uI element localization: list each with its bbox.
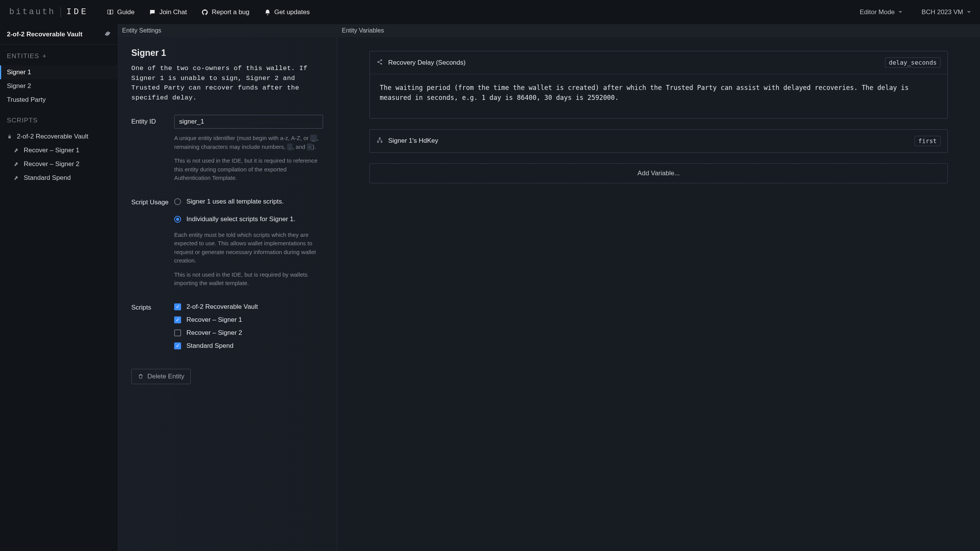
key-icon (14, 162, 19, 166)
script-usage-label: Script Usage (131, 196, 174, 288)
sidebar-entity-item[interactable]: Signer 2 (0, 79, 118, 93)
sidebar-script-item[interactable]: 2-of-2 Recoverable Vault (0, 130, 118, 143)
sidebar-script-label: Recover – Signer 2 (24, 160, 80, 168)
guide-link[interactable]: Guide (107, 8, 134, 16)
get-updates-label: Get updates (274, 8, 310, 16)
script-usage-help: Each entity must be told which scripts w… (174, 231, 323, 265)
svg-rect-3 (379, 138, 381, 139)
variables-header-label: Entity Variables (342, 27, 384, 34)
entity-id-label: Entity ID (131, 115, 174, 183)
svg-point-2 (381, 63, 382, 64)
bell-icon (264, 9, 271, 16)
logo-ide: IDE (66, 7, 88, 17)
checkbox-icon (174, 329, 181, 336)
script-checkbox-row[interactable]: Recover – Signer 2 (174, 327, 323, 339)
logo-separator (60, 7, 61, 17)
svg-rect-5 (381, 142, 382, 143)
sidebar-script-label: Recover – Signer 1 (24, 147, 80, 154)
report-bug-label: Report a bug (212, 8, 249, 16)
settings-header-label: Entity Settings (122, 27, 161, 34)
scripts-heading-label: SCRIPTS (7, 117, 38, 124)
add-variable-button[interactable]: Add Variable... (369, 163, 948, 183)
svg-point-1 (377, 61, 379, 63)
top-right: Editor Mode BCH 2023 VM (860, 8, 971, 16)
variable-description: The waiting period (from the time the wa… (370, 74, 947, 118)
scripts-row: Scripts 2-of-2 Recoverable VaultRecover … (131, 301, 323, 352)
entities-heading-label: ENTITIES (7, 52, 39, 60)
delete-entity-label: Delete Entity (147, 373, 184, 380)
variables-header: Entity Variables (337, 24, 980, 37)
script-usage-row: Script Usage Signer 1 uses all template … (131, 196, 323, 288)
entities-heading: ENTITIES + (0, 45, 118, 65)
sidebar: 2-of-2 Recoverable Vault ENTITIES + Sign… (0, 24, 118, 551)
script-usage-option[interactable]: Individually select scripts for Signer 1… (174, 213, 323, 225)
script-checkbox-row[interactable]: Recover – Signer 1 (174, 314, 323, 326)
root-layout: 2-of-2 Recoverable Vault ENTITIES + Sign… (0, 24, 980, 551)
vm-label: BCH 2023 VM (921, 8, 963, 16)
trash-icon (138, 373, 144, 379)
vm-dropdown[interactable]: BCH 2023 VM (921, 8, 971, 16)
project-row: 2-of-2 Recoverable Vault (0, 24, 118, 44)
chevron-down-icon (967, 11, 971, 13)
add-entity-button[interactable]: + (42, 53, 47, 60)
settings-body: Signer 1 One of the two co-owners of thi… (118, 37, 337, 551)
variable-id-badge: first (915, 136, 941, 146)
lock-icon (7, 134, 12, 139)
checkbox-icon (174, 342, 181, 349)
get-updates-link[interactable]: Get updates (264, 8, 310, 16)
svg-rect-4 (377, 142, 379, 143)
editor-mode-dropdown[interactable]: Editor Mode (860, 8, 903, 16)
sidebar-script-label: 2-of-2 Recoverable Vault (17, 133, 88, 140)
entity-id-help-1: A unique entity identifier (must begin w… (174, 134, 323, 151)
script-checkbox-row[interactable]: Standard Spend (174, 340, 323, 352)
script-usage-option[interactable]: Signer 1 uses all template scripts. (174, 196, 323, 208)
join-chat-link[interactable]: Join Chat (149, 8, 187, 16)
script-checkbox-row[interactable]: 2-of-2 Recoverable Vault (174, 301, 323, 313)
editor-mode-label: Editor Mode (860, 8, 895, 16)
join-chat-label: Join Chat (159, 8, 187, 16)
variable-card[interactable]: Recovery Delay (Seconds)delay_secondsThe… (369, 51, 948, 119)
sidebar-script-item[interactable]: Standard Spend (0, 171, 118, 185)
sidebar-script-label: Standard Spend (24, 174, 71, 182)
entity-id-input[interactable] (174, 115, 323, 129)
sidebar-script-item[interactable]: Recover – Signer 2 (0, 157, 118, 171)
entity-title: Signer 1 (131, 48, 323, 58)
report-bug-link[interactable]: Report a bug (201, 8, 249, 16)
github-icon (201, 9, 208, 16)
entity-id-help-2: This is not used in the IDE, but it is r… (174, 156, 323, 183)
hierarchy-icon (377, 137, 383, 145)
project-name: 2-of-2 Recoverable Vault (7, 31, 82, 38)
variable-name: Signer 1's HdKey (388, 137, 438, 145)
checkbox-label: Standard Spend (186, 342, 234, 350)
settings-column: Entity Settings Signer 1 One of the two … (118, 24, 337, 551)
key-icon (14, 148, 19, 153)
entity-id-row: Entity ID A unique entity identifier (mu… (131, 115, 323, 183)
top-bar: bitauth IDE Guide Join Chat Report a bug… (0, 0, 980, 24)
sidebar-entity-item[interactable]: Trusted Party (0, 93, 118, 107)
svg-point-0 (381, 59, 382, 61)
script-usage-help: This is not used in the IDE, but is requ… (174, 271, 323, 288)
radio-icon (174, 198, 181, 205)
variable-header: Recovery Delay (Seconds)delay_seconds (370, 51, 947, 74)
sidebar-script-item[interactable]: Recover – Signer 1 (0, 143, 118, 157)
variable-card[interactable]: Signer 1's HdKeyfirst (369, 129, 948, 153)
share-icon (377, 59, 383, 67)
book-icon (107, 9, 114, 16)
logo: bitauth IDE (9, 7, 88, 17)
scripts-label: Scripts (131, 301, 174, 352)
variable-name: Recovery Delay (Seconds) (388, 59, 466, 67)
variables-body: Recovery Delay (Seconds)delay_secondsThe… (337, 37, 980, 551)
checkbox-icon (174, 316, 181, 323)
radio-label: Signer 1 uses all template scripts. (186, 198, 284, 205)
checkbox-label: Recover – Signer 2 (186, 329, 242, 337)
radio-label: Individually select scripts for Signer 1… (186, 215, 295, 223)
delete-entity-button[interactable]: Delete Entity (131, 369, 191, 384)
add-variable-label: Add Variable... (637, 170, 679, 177)
sidebar-entity-item[interactable]: Signer 1 (0, 65, 118, 79)
logo-bitauth: bitauth (9, 7, 55, 17)
gear-icon[interactable] (105, 31, 111, 38)
chevron-down-icon (898, 11, 902, 13)
settings-header: Entity Settings (118, 24, 337, 37)
chat-icon (149, 9, 156, 16)
variable-header: Signer 1's HdKeyfirst (370, 130, 947, 152)
